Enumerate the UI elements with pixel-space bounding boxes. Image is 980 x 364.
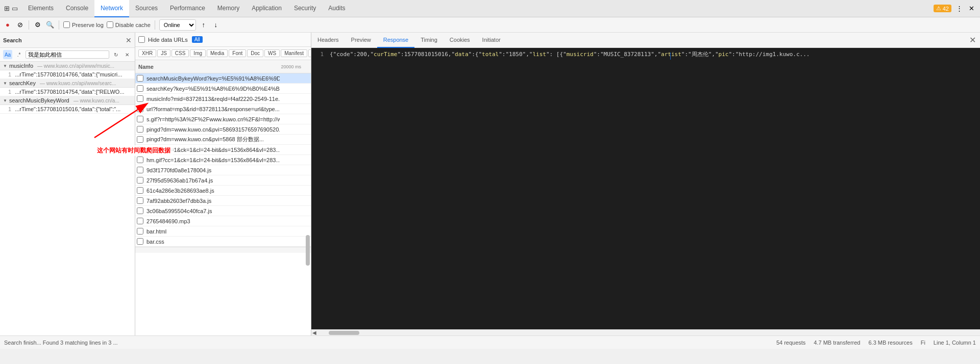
requests-count: 54 requests [776,340,805,346]
network-row[interactable]: url?format=mp3&rid=83728113&response=url… [135,104,311,114]
restore-icon: ⊞ [4,5,10,12]
clear-search-button[interactable]: ✕ [122,50,132,59]
export-button[interactable]: ↓ [211,20,220,30]
filter-tag-manifest[interactable]: Manifest [281,49,307,57]
network-row[interactable]: musicInfo?mid=83728113&reqId=f4af2220-25… [135,94,311,104]
row-name: bar.html [144,226,280,236]
tab-console[interactable]: Console [60,0,94,17]
scroll-left-arrow[interactable]: ◀ [312,330,316,335]
row-checkbox[interactable] [137,187,143,194]
row-name: 27f95d59636ab17b67a4.js [144,175,280,185]
search-group-searchMusicBykeyWord[interactable]: ▼ searchMusicBykeyWord — www.kuwo.cn/a..… [0,96,135,105]
search-input[interactable] [28,51,107,58]
tab-timing[interactable]: Timing [414,33,444,48]
row-checkbox[interactable] [137,238,143,245]
disable-cache-label[interactable]: Disable cache [107,21,151,28]
filter-tag-font[interactable]: Font [229,49,246,57]
row-checkbox[interactable] [137,157,143,163]
regex-button[interactable]: .* [14,50,23,59]
search-network-button[interactable]: 🔍 [45,20,55,30]
filter-tag-media[interactable]: Media [207,49,228,57]
tab-memory[interactable]: Memory [211,0,246,17]
tab-cookies[interactable]: Cookies [444,33,476,48]
network-row[interactable]: 27f95d59636ab17b67a4.js [135,175,311,186]
search-group-searchKey[interactable]: ▼ searchKey — www.kuwo.cn/api/www/searc.… [0,79,135,88]
close-devtools-button[interactable]: ✕ [967,4,976,13]
triangle-icon: ▼ [3,98,7,103]
row-checkbox[interactable] [137,95,143,102]
row-checkbox[interactable] [137,228,143,235]
tab-initiator[interactable]: Initiator [476,33,507,48]
network-row[interactable]: bar.css [135,237,311,247]
filter-tag-ws[interactable]: WS [264,49,280,57]
filter-tag-css[interactable]: CSS [172,49,189,57]
import-button[interactable]: ↑ [199,20,208,30]
filter-button[interactable]: ⚙ [33,20,42,30]
tab-sources[interactable]: Sources [129,0,164,17]
row-checkbox[interactable] [137,177,143,184]
scroll-thumb[interactable] [329,331,359,335]
match-case-button[interactable]: Aa [3,50,12,59]
row-checkbox[interactable] [137,75,143,82]
tab-response[interactable]: Response [377,33,415,48]
network-row[interactable]: searchMusicBykeyWord?key=%E5%91%A8%E6%9D… [135,73,311,84]
row-checkbox[interactable] [137,207,143,214]
search-result-item[interactable]: 1 ...rTime":1577081014766,"data":{"music… [0,70,135,79]
tab-security[interactable]: Security [288,0,322,17]
hide-data-urls-checkbox[interactable] [138,36,145,43]
network-row[interactable]: 61c4a286e3b268693ae8.js [135,186,311,196]
row-checkbox[interactable] [137,85,143,92]
filter-tag-js[interactable]: JS [157,49,170,57]
search-result-item[interactable]: 1 ...rTime":1577081015016,"data":{"total… [0,105,135,114]
tab-performance[interactable]: Performance [164,0,211,17]
search-group-musicInfo[interactable]: ▼ musicInfo — www.kuwo.cn/api/www/music.… [0,62,135,70]
preserve-log-label[interactable]: Preserve log [63,21,104,28]
row-checkbox[interactable] [137,106,143,112]
refresh-search-button[interactable]: ↻ [111,50,120,59]
filter-tag-other[interactable]: Other [308,49,311,57]
tab-elements[interactable]: Elements [22,0,60,17]
search-close-button[interactable]: ✕ [126,36,132,44]
tab-audits[interactable]: Audits [322,0,351,17]
preserve-log-checkbox[interactable] [63,21,70,28]
record-button[interactable]: ● [3,20,12,30]
tab-application[interactable]: Application [246,0,288,17]
network-row[interactable]: 3c06ba5995504c40fca7.js [135,206,311,216]
network-throttle-select[interactable]: Online Fast 3G Slow 3G Offline [159,19,196,31]
close-detail-button[interactable]: ✕ [965,33,980,47]
row-checkbox[interactable] [137,218,143,224]
network-row[interactable]: searchKey?key=%E5%91%A8%E6%9D%B0%E4%BC%A… [135,84,311,94]
network-row[interactable]: s.gif?r=http%3A%2F%2Fwww.kuwo.cn%2F&l=ht… [135,114,311,124]
stop-recording-button[interactable]: ⊘ [15,20,24,30]
row-name: s.gif?r=http%3A%2F%2Fwww.kuwo.cn%2F&l=ht… [144,114,280,124]
network-row[interactable]: pingd?dm=www.kuwo.cn&pvi=586931576597690… [135,124,311,135]
row-checkbox[interactable] [137,116,143,122]
network-row[interactable]: pingd?dm=www.kuwo.cn&pvi=5868 部分数据... [135,135,311,145]
network-row[interactable]: hm.gif?cc=1&ck=1&cl=24-bit&ds=1536x864&v… [135,155,311,165]
disable-cache-checkbox[interactable] [107,21,113,28]
group-url: — www.kuwo.cn/api/www/searc... [40,81,116,86]
all-filter-badge[interactable]: All [192,36,203,43]
more-options-button[interactable]: ⋮ [954,4,964,13]
network-row[interactable]: 7af92abb2603ef7dbb3a.js [135,196,311,206]
tab-network[interactable]: Network [94,0,129,17]
search-result-item[interactable]: 1 ...rTime":1577081014754,"data":["RELWO… [0,88,135,96]
filter-tag-xhr[interactable]: XHR [138,49,156,57]
row-checkbox[interactable] [137,136,143,143]
network-toolbar: ● ⊘ ⚙ 🔍 Preserve log Disable cache Onlin… [0,17,980,33]
group-url: — www.kuwo.cn/a... [74,98,119,103]
network-row[interactable]: hm.gif?cc=1&ck=1&cl=24-bit&ds=1536x864&v… [135,145,311,155]
filter-tag-doc[interactable]: Doc [247,49,263,57]
row-checkbox[interactable] [137,167,143,173]
network-row[interactable]: 9d3f1770fd0a8e178004.js [135,165,311,175]
filter-tag-img[interactable]: Img [190,49,206,57]
row-checkbox[interactable] [137,146,143,153]
tab-headers[interactable]: Headers [311,33,345,48]
horizontal-scrollbar[interactable]: ◀ [311,329,980,335]
network-row[interactable]: 2765484690.mp3 [135,216,311,226]
network-row[interactable]: bar.html [135,226,311,237]
divider2 [59,20,59,30]
tab-preview[interactable]: Preview [345,33,377,48]
row-checkbox[interactable] [137,197,143,204]
row-checkbox[interactable] [137,126,143,133]
